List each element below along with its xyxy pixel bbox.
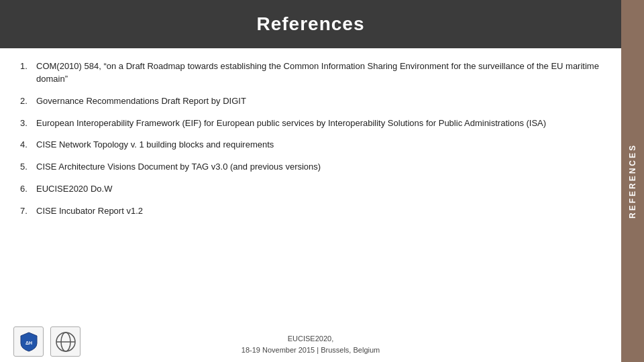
footer-logos: ΔΗ (13, 326, 80, 357)
ref-number-6: 6. (20, 183, 36, 196)
ref-item-4: 4.CISE Network Topology v. 1 building bl… (20, 139, 601, 152)
ref-item-3: 3.European Interoperability Framework (E… (20, 117, 601, 130)
ref-text-7: CISE Incubator Report v1.2 (36, 205, 143, 218)
footer-text: EUCISE2020, 18-19 November 2015 | Brusse… (241, 333, 380, 355)
ref-number-5: 5. (20, 161, 36, 174)
ref-number-3: 3. (20, 117, 36, 130)
footer: ΔΗ EUCISE2020, 18-19 November 2015 | Bru… (0, 328, 621, 362)
ref-item-5: 5.CISE Architecture Visions Document by … (20, 161, 601, 174)
ref-text-1: COM(2010) 584, “on a Draft Roadmap towar… (36, 60, 601, 86)
ref-item-6: 6.EUCISE2020 Do.W (20, 183, 601, 196)
ref-item-7: 7.CISE Incubator Report v1.2 (20, 205, 601, 218)
ref-text-4: CISE Network Topology v. 1 building bloc… (36, 139, 274, 152)
ref-text-2: Governance Recommendations Draft Report … (36, 95, 246, 108)
ref-text-6: EUCISE2020 Do.W (36, 183, 112, 196)
side-tab-label: REFERENCES (628, 143, 637, 219)
main-container: References 1.COM(2010) 584, “on a Draft … (0, 0, 644, 362)
side-tab: REFERENCES (621, 0, 644, 362)
header-bar: References (0, 0, 621, 48)
logo-democritos: ΔΗ (13, 326, 44, 357)
svg-text:ΔΗ: ΔΗ (25, 341, 32, 345)
content-area: References 1.COM(2010) 584, “on a Draft … (0, 0, 621, 362)
ref-number-2: 2. (20, 95, 36, 108)
ref-number-4: 4. (20, 139, 36, 152)
ref-number-7: 7. (20, 205, 36, 218)
logo-circle (50, 326, 80, 357)
ref-item-1: 1.COM(2010) 584, “on a Draft Roadmap tow… (20, 60, 601, 86)
ref-item-2: 2.Governance Recommendations Draft Repor… (20, 95, 601, 108)
footer-line2: 18-19 November 2015 | Brussels, Belgium (241, 345, 380, 356)
ref-text-3: European Interoperability Framework (EIF… (36, 117, 546, 130)
ref-number-1: 1. (20, 60, 36, 86)
page-title: References (257, 13, 365, 35)
footer-line1: EUCISE2020, (241, 333, 380, 345)
ref-text-5: CISE Architecture Visions Document by TA… (36, 161, 321, 174)
references-list: 1.COM(2010) 584, “on a Draft Roadmap tow… (0, 48, 621, 328)
